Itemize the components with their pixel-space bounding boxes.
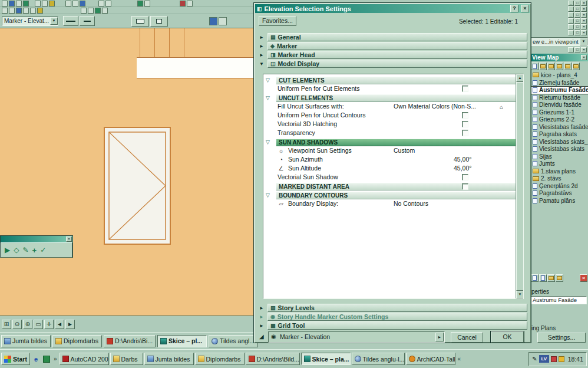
restore-icon[interactable]: □ [574, 1, 580, 6]
toolbar-icon[interactable] [137, 1, 143, 6]
checkbox[interactable] [462, 112, 468, 119]
close-icon[interactable]: × [581, 30, 587, 35]
view-item-selected[interactable]: Austrumu Fasāde [530, 87, 588, 94]
collapse-arrow-icon[interactable]: ▼ [259, 61, 264, 67]
checkbox[interactable] [462, 121, 468, 127]
toolbar-icon[interactable] [80, 1, 85, 6]
taskbar-item-diplomdarbs[interactable]: Diplomdarbs [195, 353, 245, 365]
view-item[interactable]: Griezums 2-2 [530, 116, 588, 124]
scrollbar-thumb[interactable] [516, 82, 524, 291]
toolbar-icon[interactable] [42, 1, 48, 6]
section-marker[interactable]: ► ◆Marker [259, 42, 527, 50]
section-model-display[interactable]: ▼ ◫Model Display [259, 60, 527, 68]
group-arrow-icon[interactable]: ▽ [266, 95, 270, 101]
dialog-titlebar[interactable]: ◧ Elevation Selection Settings ? × [255, 4, 530, 13]
checkbox[interactable] [462, 174, 468, 180]
fit-in-window-icon[interactable]: ⊞ [2, 320, 11, 329]
combo-arrow-icon[interactable]: ▼ [50, 17, 58, 25]
group-arrow-icon[interactable]: ▽ [266, 139, 270, 145]
toolbar-icon[interactable] [95, 8, 101, 14]
close-icon[interactable]: × [581, 12, 587, 18]
toolbar-icon[interactable] [9, 1, 15, 6]
checkbox[interactable] [462, 183, 468, 190]
favorites-button[interactable]: Favorites... [259, 16, 296, 26]
taskbar-item-tildes[interactable]: Tildes anglu-l... [352, 353, 405, 365]
folder-icon[interactable] [572, 63, 580, 70]
group-arrow-icon[interactable]: ▽ [266, 192, 270, 198]
view-map-titlebar[interactable]: View Map × [530, 54, 588, 61]
toolbar-icon[interactable] [102, 8, 108, 14]
view-item[interactable]: Pagraba skats [530, 131, 588, 139]
section-marker-head[interactable]: ► ◨Marker Head [259, 51, 527, 59]
setting-value[interactable]: No Contours [394, 199, 428, 208]
view-map-root[interactable]: kice - plans_4 [530, 71, 588, 79]
palette-tool-icon[interactable]: ▶ [5, 246, 10, 254]
line-style-button[interactable] [80, 16, 95, 26]
toolbar-icon[interactable] [2, 8, 8, 14]
tray-icon[interactable] [551, 356, 557, 362]
pen-tray-icon[interactable]: ✎ [532, 356, 537, 362]
close-icon[interactable]: × [581, 47, 587, 52]
view-item[interactable]: Viesistabas skats [530, 146, 588, 153]
minimize-icon[interactable]: _ [568, 18, 574, 24]
toolbar-icon[interactable] [209, 17, 217, 25]
scroll-down-icon[interactable]: ▼ [516, 291, 524, 298]
folder-icon[interactable] [539, 63, 547, 70]
view-item[interactable]: Griezums 1-1 [530, 109, 588, 116]
combo-arrow-icon[interactable]: ▼ [580, 38, 587, 45]
restore-icon[interactable]: □ [574, 47, 580, 52]
taskbar-item-archicad-talk[interactable]: ArchiCAD-Talk... [406, 353, 455, 365]
toolbar-icon[interactable] [35, 1, 41, 6]
zoom-box-icon[interactable]: ▭ [34, 320, 43, 329]
expand-arrow-icon[interactable]: ► [259, 35, 264, 40]
task-tab-skice[interactable]: Skice – pl... [157, 335, 207, 347]
section-story-levels[interactable]: ► ▤Story Levels [259, 304, 527, 312]
restore-icon[interactable]: □ [574, 12, 580, 18]
close-icon[interactable]: × [66, 236, 72, 242]
section-grid-tool[interactable]: ► ▦Grid Tool [259, 321, 527, 330]
expand-arrow-icon[interactable]: ► [259, 44, 264, 49]
taskbar-item-darbs[interactable]: Darbs [110, 353, 143, 365]
folder-icon[interactable] [564, 63, 572, 70]
toolbar-icon[interactable] [49, 1, 55, 6]
palette-tool-icon[interactable]: + [32, 246, 37, 255]
minimize-icon[interactable]: _ [568, 47, 574, 52]
ie-quicklaunch-icon[interactable]: e [31, 354, 41, 364]
chevron-right-icon[interactable]: » [52, 356, 58, 362]
next-view-icon[interactable]: ► [65, 320, 75, 329]
palette-titlebar[interactable]: × [1, 236, 72, 242]
taskbar-item-andris-bildes[interactable]: D:\Andris\Bild... [246, 353, 300, 365]
help-button[interactable]: ? [510, 5, 518, 12]
view-item[interactable]: Pamatu plāns [530, 197, 588, 205]
group-arrow-icon[interactable]: ▽ [266, 77, 270, 83]
taskbar-item-autocad[interactable]: AutoCAD 200... [60, 353, 109, 365]
control-palette[interactable]: × ▶ ◇ ✎ + ✓ [0, 235, 73, 258]
view-item[interactable]: Viesistabas skats_2 [530, 138, 588, 146]
toolbar-icon[interactable] [105, 1, 111, 6]
view-item[interactable]: 2. stāvs [530, 175, 588, 183]
view-item[interactable]: Ģenerplāns 2d [530, 182, 588, 190]
close-icon[interactable]: × [581, 6, 587, 12]
restore-icon[interactable]: □ [574, 30, 580, 35]
close-icon[interactable]: × [581, 55, 587, 60]
expand-arrow-icon[interactable]: ► [259, 323, 264, 328]
toolbar-icon[interactable] [180, 1, 186, 6]
settings-button[interactable]: Settings... [537, 333, 586, 343]
toolbar-icon[interactable] [219, 17, 227, 25]
quicklaunch-icon[interactable] [42, 354, 51, 364]
toolbar-icon[interactable] [88, 8, 94, 14]
line-style-button[interactable] [63, 16, 78, 26]
palette-tool-icon[interactable]: ✎ [22, 246, 28, 254]
setting-value[interactable]: 45,00° [454, 164, 471, 173]
toolbar-icon[interactable] [9, 8, 15, 14]
cancel-button[interactable]: Cancel [451, 332, 483, 343]
view-item[interactable]: Dienvidu fasāde [530, 101, 588, 109]
close-button[interactable]: × [521, 5, 529, 12]
ok-button[interactable]: OK [491, 331, 524, 343]
view-item[interactable]: Jumts [530, 160, 588, 168]
minimize-icon[interactable]: _ [568, 24, 574, 29]
taskbar-item-skice[interactable]: Skice – pla... [301, 353, 351, 365]
zoom-out-icon[interactable]: ⊖ [12, 320, 22, 329]
toolbar-icon[interactable] [2, 1, 8, 6]
material-picker-icon[interactable]: ⌂ [500, 103, 503, 111]
